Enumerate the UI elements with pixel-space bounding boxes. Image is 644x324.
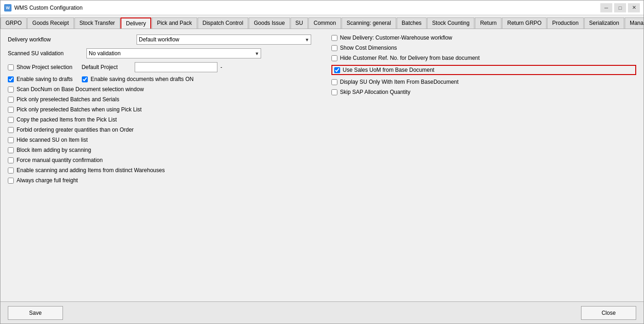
force-manual-qty-row: Force manual quantity confirmation [8,157,313,163]
tab-grpo[interactable]: GRPO [0,17,27,29]
enable-scanning-distinct-label: Enable scanning and adding Items from di… [17,167,165,174]
display-su-only-label: Display SU Only With Item From BaseDocum… [340,79,459,85]
enable-saving-on-row: Enable saving documents when drafts ON [82,76,194,82]
new-delivery-row: New Delivery: Customer-Warehouse workflo… [331,35,637,41]
save-button[interactable]: Save [8,306,63,320]
show-project-and-default-row: Show Project selection Default Project - [8,62,313,72]
tab-delivery[interactable]: Delivery [120,17,151,29]
hide-customer-ref-row: Hide Customer Ref. No. for Delivery from… [331,55,637,61]
enable-saving-on-label: Enable saving documents when drafts ON [91,76,194,82]
workflow-label: Delivery workflow [8,36,137,43]
tab-stock-counting[interactable]: Stock Counting [427,17,474,29]
hide-customer-ref-label: Hide Customer Ref. No. for Delivery from… [340,55,480,61]
title-controls: ─ □ ✕ [600,3,640,12]
scan-docnum-checkbox[interactable] [8,87,14,93]
force-manual-qty-label: Force manual quantity confirmation [17,157,103,163]
use-sales-uom-checkbox[interactable] [334,67,340,73]
app-icon: W [4,4,11,12]
pick-preselected-serials-row: Pick only preselected Batches and Serial… [8,96,313,103]
workflow-row: Delivery workflow Default workflow ▼ [8,35,313,45]
pick-preselected-serials-checkbox[interactable] [8,97,14,103]
always-charge-row: Always charge full freight [8,177,313,184]
show-cost-dim-row: Show Cost Dimensions [331,45,637,51]
title-bar: W WMS Custom Configuration ─ □ ✕ [0,0,644,15]
enable-saving-drafts-checkbox[interactable] [8,76,14,82]
tab-production[interactable]: Production [547,17,583,29]
skip-sap-checkbox[interactable] [331,89,337,95]
tab-bar: GRPO Goods Receipt Stock Transfer Delive… [0,15,644,29]
footer: Save Close [0,301,644,324]
enable-scanning-distinct-row: Enable scanning and adding Items from di… [8,167,313,174]
block-item-checkbox[interactable] [8,147,14,153]
minimize-button[interactable]: ─ [600,3,612,12]
copy-packed-label: Copy the packed Items from the Pick List [17,116,117,123]
use-sales-uom-label: Use Sales UoM from Base Document [343,67,434,73]
scanned-su-dropdown-wrapper: No validation ▼ [86,48,261,58]
block-item-row: Block item adding by scanning [8,147,313,153]
skip-sap-label: Skip SAP Allocation Quantity [340,89,410,95]
tab-return-grpo[interactable]: Return GRPO [502,17,547,29]
workflow-dropdown-wrapper: Default workflow ▼ [137,35,311,45]
forbid-ordering-row: Forbid ordering greater quantities than … [8,127,313,133]
hide-scanned-su-checkbox[interactable] [8,137,14,143]
block-item-label: Block item adding by scanning [17,147,91,153]
close-window-button[interactable]: ✕ [628,3,640,12]
tab-dispatch-control[interactable]: Dispatch Control [198,17,249,29]
show-project-label: Show Project selection [17,64,72,70]
enable-saving-drafts-label: Enable saving to drafts [17,76,73,82]
use-sales-uom-row: Use Sales UoM from Base Document [331,65,637,75]
copy-packed-checkbox[interactable] [8,117,14,123]
scan-docnum-row: Scan DocNum on Base Document selection w… [8,86,313,93]
hide-scanned-su-row: Hide scanned SU on Item list [8,137,313,143]
skip-sap-row: Skip SAP Allocation Quantity [331,89,637,95]
hide-scanned-su-label: Hide scanned SU on Item list [17,137,88,143]
tab-manager[interactable]: Manager [625,17,644,29]
left-column: Delivery workflow Default workflow ▼ Sca… [8,35,322,187]
always-charge-label: Always charge full freight [17,177,78,184]
scanned-su-dropdown[interactable]: No validation [86,48,261,58]
workflow-dropdown[interactable]: Default workflow [137,35,311,45]
workflow-control: Default workflow ▼ [137,35,311,45]
tab-goods-issue[interactable]: Goods Issue [249,17,290,29]
enable-drafts-row: Enable saving to drafts Enable saving do… [8,76,313,82]
always-charge-checkbox[interactable] [8,178,14,184]
pick-preselected-picklist-checkbox[interactable] [8,107,14,113]
copy-packed-row: Copy the packed Items from the Pick List [8,116,313,123]
dash-label: - [220,64,222,70]
tab-batches[interactable]: Batches [397,17,427,29]
main-window: W WMS Custom Configuration ─ □ ✕ GRPO Go… [0,0,644,324]
display-su-only-checkbox[interactable] [331,79,337,85]
hide-customer-ref-checkbox[interactable] [331,55,337,61]
new-delivery-label: New Delivery: Customer-Warehouse workflo… [340,35,452,41]
window-title: WMS Custom Configuration [14,5,600,11]
forbid-ordering-checkbox[interactable] [8,127,14,133]
show-project-checkbox[interactable] [8,64,14,70]
tab-su[interactable]: SU [291,17,308,29]
close-button[interactable]: Close [581,306,636,320]
tab-return[interactable]: Return [475,17,502,29]
default-project-row: Default Project - [81,62,222,72]
scanned-su-label: Scanned SU validation [8,50,84,57]
pick-preselected-picklist-row: Pick only preselected Batches when using… [8,106,313,113]
show-project-row: Show Project selection [8,64,72,70]
right-column: New Delivery: Customer-Warehouse workflo… [322,35,637,187]
tab-common[interactable]: Common [308,17,341,29]
forbid-ordering-label: Forbid ordering greater quantities than … [17,127,134,133]
default-project-input[interactable] [135,62,217,72]
scanned-su-row: Scanned SU validation No validation ▼ [8,48,313,58]
tab-goods-receipt[interactable]: Goods Receipt [27,17,74,29]
show-cost-dim-checkbox[interactable] [331,45,337,51]
enable-scanning-distinct-checkbox[interactable] [8,168,14,174]
default-project-label: Default Project [81,64,132,70]
force-manual-qty-checkbox[interactable] [8,157,14,163]
maximize-button[interactable]: □ [614,3,626,12]
pick-preselected-serials-label: Pick only preselected Batches and Serial… [17,96,119,103]
enable-saving-on-checkbox[interactable] [82,76,88,82]
new-delivery-checkbox[interactable] [331,35,337,41]
tab-pick-and-pack[interactable]: Pick and Pack [152,17,197,29]
tab-serialization[interactable]: Serialization [584,17,624,29]
tab-stock-transfer[interactable]: Stock Transfer [74,17,120,29]
content-area: Delivery workflow Default workflow ▼ Sca… [0,29,644,301]
enable-saving-drafts-row: Enable saving to drafts [8,76,73,82]
tab-scanning-general[interactable]: Scanning: general [342,17,396,29]
